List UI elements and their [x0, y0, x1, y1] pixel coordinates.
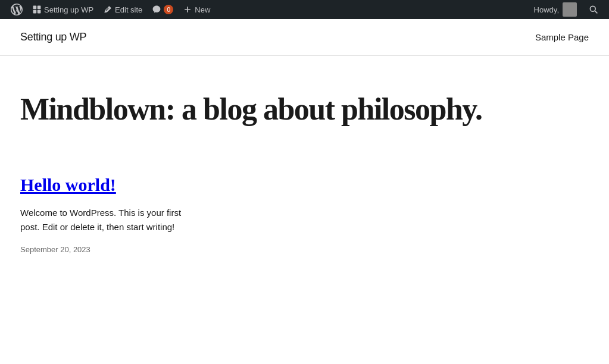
howdy-label: Howdy, [534, 5, 559, 14]
plus-icon [183, 5, 192, 14]
user-avatar [563, 2, 577, 17]
search-button[interactable] [584, 0, 603, 19]
admin-bar-right: Howdy, [529, 0, 603, 19]
comments-button[interactable]: 0 [147, 0, 178, 19]
main-content: Mindblown: a blog about philosophy. Hell… [0, 56, 609, 278]
wp-logo-icon [11, 4, 23, 15]
svg-line-5 [595, 11, 597, 13]
post-title: Hello world! [20, 175, 589, 195]
comments-icon [152, 5, 161, 14]
site-nav: Sample Page [535, 32, 589, 43]
edit-site-label: Edit site [115, 5, 142, 14]
admin-bar: Setting up WP Edit site 0 New Howdy, [0, 0, 609, 19]
svg-rect-3 [38, 10, 41, 14]
new-content-button[interactable]: New [178, 0, 215, 19]
svg-rect-0 [33, 6, 37, 10]
svg-rect-1 [38, 6, 41, 10]
site-header: Setting up WP Sample Page [0, 19, 609, 56]
comment-count: 0 [164, 5, 173, 14]
wp-logo-button[interactable] [6, 0, 27, 19]
svg-point-4 [590, 6, 595, 11]
sample-page-link[interactable]: Sample Page [535, 32, 589, 42]
post-excerpt: Welcome to WordPress. This is your first… [20, 206, 199, 234]
user-menu[interactable]: Howdy, [529, 0, 582, 19]
dashboard-icon [32, 5, 42, 14]
site-title: Setting up WP [20, 31, 86, 43]
edit-site-button[interactable]: Edit site [98, 0, 147, 19]
post-title-link[interactable]: Hello world! [20, 175, 116, 194]
edit-icon [103, 5, 113, 14]
setting-up-wp-label: Setting up WP [44, 5, 93, 14]
search-icon [589, 5, 598, 14]
post-article: Hello world! Welcome to WordPress. This … [20, 175, 589, 255]
new-label: New [195, 5, 210, 14]
svg-rect-2 [33, 10, 37, 14]
setting-up-wp-button[interactable]: Setting up WP [27, 0, 98, 19]
blog-tagline: Mindblown: a blog about philosophy. [20, 92, 589, 127]
post-date: September 20, 2023 [20, 245, 90, 254]
